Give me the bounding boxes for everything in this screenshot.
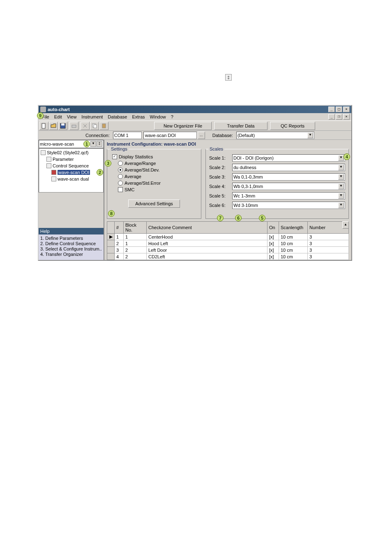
grid-header[interactable]: On bbox=[267, 222, 279, 234]
cell-block[interactable]: 2 bbox=[124, 253, 147, 260]
cell-on[interactable]: [x] bbox=[267, 240, 279, 247]
row-selector[interactable] bbox=[107, 240, 115, 247]
transfer-data-button[interactable]: Transfer Data bbox=[214, 122, 267, 130]
row-selector[interactable]: ▶ bbox=[107, 234, 115, 240]
close-button[interactable]: × bbox=[343, 107, 350, 112]
print-button[interactable] bbox=[69, 122, 78, 130]
cell-scanlength[interactable]: 10 cm bbox=[279, 247, 308, 253]
copy-button[interactable] bbox=[90, 122, 99, 130]
scroll-up-button[interactable]: ▲ bbox=[342, 221, 349, 229]
minimize-button[interactable]: _ bbox=[328, 107, 335, 112]
scale-3-combo[interactable]: Wa 0,1-0,3mm▼ bbox=[232, 173, 345, 181]
mdi-minimize-button[interactable]: _ bbox=[328, 114, 335, 120]
cell-on[interactable]: [x] bbox=[267, 234, 279, 240]
row-selector[interactable] bbox=[107, 253, 115, 260]
cell-scanlength[interactable]: 10 cm bbox=[279, 240, 308, 247]
mdi-close-button[interactable]: × bbox=[343, 114, 350, 120]
qc-reports-button[interactable]: QC Reports bbox=[270, 122, 315, 130]
cell-block[interactable]: 1 bbox=[124, 240, 147, 247]
cell-checkzone[interactable]: Left Door bbox=[147, 247, 267, 253]
cell-checkzone[interactable]: CD2Left bbox=[147, 253, 267, 260]
grid-header[interactable]: # bbox=[115, 222, 124, 234]
tree-config-button[interactable]: ‡ bbox=[97, 141, 102, 147]
radio-label: Average bbox=[125, 174, 141, 179]
cell-number[interactable]: 3 bbox=[308, 240, 349, 247]
tree[interactable]: Style02 (Style02.qcf) Parameter Control … bbox=[39, 148, 104, 193]
table-row[interactable]: 2 1 Hood Left [x] 10 cm 3 bbox=[107, 240, 349, 247]
menu-view[interactable]: View bbox=[65, 114, 79, 120]
radio-average-stddev[interactable]: Average/Std.Dev. bbox=[118, 167, 198, 173]
cell-n[interactable]: 4 bbox=[115, 253, 124, 260]
cell-number[interactable]: 3 bbox=[308, 234, 349, 240]
scale-1-combo[interactable]: DOI - DOI (Dorigon)▼ bbox=[232, 154, 345, 162]
cell-number[interactable]: 3 bbox=[308, 247, 349, 253]
cell-checkzone[interactable]: CenterHood bbox=[147, 234, 267, 240]
cell-n[interactable]: 3 bbox=[115, 247, 124, 253]
chevron-down-icon[interactable]: ▼ bbox=[338, 202, 344, 208]
menu-instrument[interactable]: Instrument bbox=[79, 114, 105, 120]
svg-rect-2 bbox=[61, 123, 65, 125]
table-row[interactable]: 4 2 CD2Left [x] 10 cm 3 bbox=[107, 253, 349, 260]
scale-6-combo[interactable]: Wd 3-10mm▼ bbox=[232, 202, 345, 209]
tree-item-wavescan-dual[interactable]: wave-scan dual bbox=[40, 176, 102, 182]
cell-on[interactable]: [x] bbox=[267, 253, 279, 260]
chevron-down-icon[interactable]: ▼ bbox=[338, 193, 344, 199]
menu-database[interactable]: Database bbox=[105, 114, 129, 120]
save-button[interactable] bbox=[58, 122, 67, 130]
table-row[interactable]: ▶ 1 1 CenterHood [x] 10 cm 3 bbox=[107, 234, 349, 240]
scale-2-combo[interactable]: du dullness▼ bbox=[232, 164, 345, 171]
scale-label: Scale 1: bbox=[209, 155, 232, 160]
tree-item-control-sequence[interactable]: Control Sequence bbox=[40, 162, 102, 169]
radio-average[interactable]: Average bbox=[118, 173, 198, 180]
cell-checkzone[interactable]: Hood Left bbox=[147, 240, 267, 247]
radio-average-range[interactable]: Average/Range bbox=[118, 160, 198, 167]
com-port-combo[interactable]: COM 1 bbox=[113, 132, 142, 139]
menu-help[interactable]: ? bbox=[168, 114, 176, 120]
cell-n[interactable]: 2 bbox=[115, 240, 124, 247]
tree-item-parameter[interactable]: Parameter bbox=[40, 156, 102, 162]
cell-on[interactable]: [x] bbox=[267, 247, 279, 253]
device-browse-button[interactable]: ... bbox=[198, 132, 205, 139]
chevron-down-icon[interactable]: ▼ bbox=[307, 132, 313, 138]
chevron-down-icon[interactable]: ▼ bbox=[338, 174, 344, 180]
tree-item-style[interactable]: Style02 (Style02.qcf) bbox=[40, 149, 102, 156]
cell-n[interactable]: 1 bbox=[115, 234, 124, 240]
menu-window[interactable]: Window bbox=[148, 114, 168, 120]
mdi-restore-button[interactable]: ❐ bbox=[336, 114, 342, 120]
advanced-settings-button[interactable]: Advanced Settings bbox=[128, 200, 180, 208]
radio-average-stderror[interactable]: Average/Std.Error bbox=[118, 180, 198, 186]
grid-header[interactable]: Scanlength bbox=[279, 222, 308, 234]
tree-item-wavescan-doi[interactable]: wave-scan DOI 2 bbox=[40, 169, 102, 176]
tree-item-label: Parameter bbox=[53, 157, 74, 162]
row-selector[interactable] bbox=[107, 247, 115, 253]
scale-5-combo[interactable]: Wc 1-3mm▼ bbox=[232, 192, 345, 200]
display-statistics-checkbox[interactable]: Display Statistics bbox=[112, 153, 198, 160]
chevron-down-icon[interactable]: ▼ bbox=[338, 183, 344, 189]
grid-header[interactable]: Block No. bbox=[124, 222, 147, 234]
maximize-button[interactable]: □ bbox=[336, 107, 342, 112]
open-button[interactable] bbox=[49, 122, 58, 130]
new-button[interactable] bbox=[39, 122, 48, 130]
menu-edit[interactable]: Edit bbox=[52, 114, 65, 120]
smc-checkbox[interactable]: SMC bbox=[118, 186, 198, 193]
database-combo[interactable]: (Default) ▼ bbox=[236, 132, 314, 139]
cell-scanlength[interactable]: 10 cm bbox=[279, 253, 308, 260]
chevron-down-icon[interactable]: ▼ bbox=[338, 165, 344, 170]
cell-block[interactable]: 1 bbox=[124, 234, 147, 240]
tree-header: micro-wave-scan 1 ▼ ‡ bbox=[39, 140, 104, 148]
cut-button[interactable] bbox=[81, 122, 90, 130]
config-body: Settings 3 Display Statistics Average/Ra… bbox=[104, 148, 351, 221]
table-row[interactable]: 3 2 Left Door [x] 10 cm 3 bbox=[107, 247, 349, 253]
grid-header[interactable]: Checkzone Comment bbox=[147, 222, 267, 234]
new-organizer-button[interactable]: New Organizer File bbox=[154, 122, 212, 130]
cell-scanlength[interactable]: 10 cm bbox=[279, 234, 308, 240]
paste-button[interactable] bbox=[99, 122, 108, 130]
cell-number[interactable]: 3 bbox=[308, 253, 349, 260]
checkzone-grid[interactable]: # Block No. Checkzone Comment On Scanlen… bbox=[107, 221, 349, 260]
chevron-down-icon[interactable]: ▼ bbox=[338, 155, 344, 161]
cell-block[interactable]: 2 bbox=[124, 247, 147, 253]
device-field[interactable]: wave-scan DOI bbox=[143, 132, 197, 139]
tree-dropdown-icon[interactable]: ▼ bbox=[90, 141, 96, 147]
menu-extras[interactable]: Extras bbox=[129, 114, 147, 120]
scale-4-combo[interactable]: Wb 0,3-1,0mm▼ bbox=[232, 183, 345, 190]
